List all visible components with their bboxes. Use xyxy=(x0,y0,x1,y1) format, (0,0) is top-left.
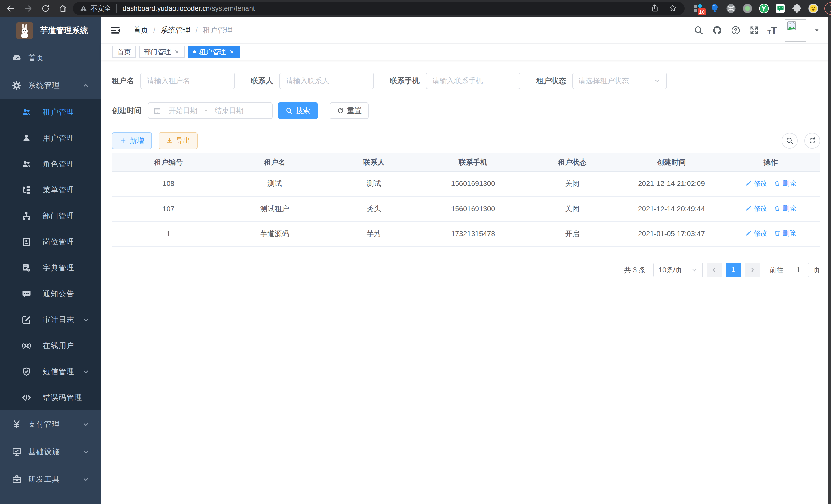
add-button-label: 新增 xyxy=(130,136,144,146)
close-icon[interactable] xyxy=(174,49,180,55)
browser-update-button[interactable]: 更新 xyxy=(824,2,831,14)
status-select[interactable]: 请选择租户状态 xyxy=(572,73,667,89)
search-button-label: 搜索 xyxy=(296,106,310,116)
sidebar-item-6[interactable]: 部门管理 xyxy=(0,203,101,229)
date-range-picker[interactable]: - xyxy=(148,102,273,119)
ext-chat-icon[interactable] xyxy=(775,3,786,14)
security-label[interactable]: 不安全 xyxy=(90,4,111,13)
end-date-input[interactable] xyxy=(210,106,248,115)
date-separator: - xyxy=(205,107,207,115)
sidebar-item-5[interactable]: 菜单管理 xyxy=(0,177,101,203)
page-size-select[interactable]: 10条/页 xyxy=(654,263,703,277)
table-row: 108测试测试15601691300关闭2021-12-14 21:02:09修… xyxy=(112,171,820,196)
table-search-toggle-icon[interactable] xyxy=(782,133,798,149)
browser-home-icon[interactable] xyxy=(57,3,69,14)
sidebar-item-10[interactable]: 审计日志 xyxy=(0,307,101,333)
edit-link[interactable]: 修改 xyxy=(745,229,767,238)
sms-icon xyxy=(22,367,31,377)
sidebar-item-16[interactable]: 研发工具 xyxy=(0,466,101,493)
breadcrumb-item[interactable]: 系统管理 xyxy=(161,25,191,35)
ext-avatar-icon[interactable] xyxy=(808,3,819,14)
sidebar-item-label: 角色管理 xyxy=(42,159,75,169)
reset-button[interactable]: 重置 xyxy=(330,102,369,119)
edit-link[interactable]: 修改 xyxy=(745,179,767,188)
prev-page-icon[interactable] xyxy=(707,263,722,277)
url-text[interactable]: dashboard.yudao.iocoder.cn/system/tenant xyxy=(122,5,255,12)
sidebar-item-label: 租户管理 xyxy=(42,107,75,117)
sidebar-item-label: 支付管理 xyxy=(28,419,60,429)
ext-cmd-icon[interactable] xyxy=(726,3,737,14)
help-icon[interactable] xyxy=(730,25,741,36)
sidebar-item-2[interactable]: 租户管理 xyxy=(0,99,101,125)
chevron-down-icon xyxy=(82,448,90,456)
address-bar[interactable]: 不安全 dashboard.yudao.iocoder.cn/system/te… xyxy=(73,2,685,15)
cell: 2021-01-05 17:03:47 xyxy=(622,221,721,246)
close-icon[interactable] xyxy=(229,49,235,55)
page-number-1[interactable]: 1 xyxy=(726,263,741,277)
sidebar-item-9[interactable]: 通知公告 xyxy=(0,281,101,307)
start-date-input[interactable] xyxy=(164,106,202,115)
screen: 不安全 dashboard.yudao.iocoder.cn/system/te… xyxy=(0,0,831,504)
sidebar-item-15[interactable]: 基础设施 xyxy=(0,438,101,466)
browser-forward-icon[interactable] xyxy=(22,3,34,14)
tab-0[interactable]: 首页 xyxy=(112,46,136,58)
reset-button-label: 重置 xyxy=(347,106,362,116)
breadcrumb-item[interactable]: 首页 xyxy=(133,25,148,35)
tab-2[interactable]: 租户管理 xyxy=(188,46,240,58)
browser-reload-icon[interactable] xyxy=(39,3,51,14)
chevron-up-icon xyxy=(82,82,90,89)
export-button[interactable]: 导出 xyxy=(159,132,198,149)
share-icon[interactable] xyxy=(651,4,660,13)
sidebar-item-8[interactable]: 字典管理 xyxy=(0,255,101,281)
page-content: 租户名 联系人 联系手机 租户状态 请选择租户状态 xyxy=(101,60,831,504)
window-scrollbar-track[interactable] xyxy=(828,17,831,504)
sidebar-item-1[interactable]: 系统管理 xyxy=(0,72,101,99)
avatar-caret-icon[interactable] xyxy=(814,28,820,33)
edit-link[interactable]: 修改 xyxy=(745,204,767,213)
contact-input[interactable] xyxy=(285,77,368,85)
sidebar-item-12[interactable]: 短信管理 xyxy=(0,359,101,385)
sidebar-item-14[interactable]: 支付管理 xyxy=(0,411,101,438)
browser-nav xyxy=(5,3,69,14)
header-search-icon[interactable] xyxy=(693,25,704,36)
table-refresh-icon[interactable] xyxy=(804,133,820,149)
tab-1[interactable]: 部门管理 xyxy=(139,46,185,58)
sidebar-item-3[interactable]: 用户管理 xyxy=(0,125,101,151)
sidebar-item-11[interactable]: 在线用户 xyxy=(0,333,101,359)
delete-link[interactable]: 删除 xyxy=(774,229,796,238)
delete-link[interactable]: 删除 xyxy=(774,204,796,213)
bookmark-star-icon[interactable] xyxy=(668,4,678,13)
ext-record-icon[interactable] xyxy=(742,3,753,14)
contact-label: 联系人 xyxy=(251,76,273,86)
sidebar-collapse-icon[interactable] xyxy=(110,25,121,36)
ext-balloon-icon[interactable] xyxy=(709,3,720,14)
sidebar-menu: 首页系统管理租户管理用户管理角色管理菜单管理部门管理岗位管理字典管理通知公告审计… xyxy=(0,44,101,493)
delete-link[interactable]: 删除 xyxy=(774,179,796,188)
next-page-icon[interactable] xyxy=(745,263,760,277)
sidebar-item-4[interactable]: 角色管理 xyxy=(0,151,101,177)
export-button-label: 导出 xyxy=(176,136,191,146)
sidebar-item-13[interactable]: 错误码管理 xyxy=(0,385,101,411)
tenant-name-input[interactable] xyxy=(146,77,229,85)
search-button[interactable]: 搜索 xyxy=(278,102,318,119)
pay-icon xyxy=(12,419,22,429)
mobile-input[interactable] xyxy=(432,77,514,85)
dashboard-icon xyxy=(12,53,22,63)
ext-y-icon[interactable] xyxy=(758,3,769,14)
cell: 关闭 xyxy=(523,171,622,196)
add-button[interactable]: 新增 xyxy=(112,132,152,149)
ext-tiles-icon[interactable]: 10 xyxy=(693,3,704,14)
sidebar-item-7[interactable]: 岗位管理 xyxy=(0,229,101,255)
cell: 2021-12-14 20:49:44 xyxy=(622,196,721,221)
filter-mobile: 联系手机 xyxy=(390,73,520,89)
ext-puzzle-icon[interactable] xyxy=(792,3,802,14)
github-icon[interactable] xyxy=(712,25,722,36)
fullscreen-icon[interactable] xyxy=(749,25,760,36)
font-size-icon[interactable]: TT xyxy=(767,25,777,35)
calendar-icon xyxy=(153,107,161,115)
goto-page-input[interactable] xyxy=(788,263,809,277)
sidebar-item-0[interactable]: 首页 xyxy=(0,44,101,72)
browser-back-icon[interactable] xyxy=(5,3,17,14)
user-avatar[interactable] xyxy=(785,19,806,41)
app-logo[interactable]: 芋道管理系统 xyxy=(0,17,101,44)
